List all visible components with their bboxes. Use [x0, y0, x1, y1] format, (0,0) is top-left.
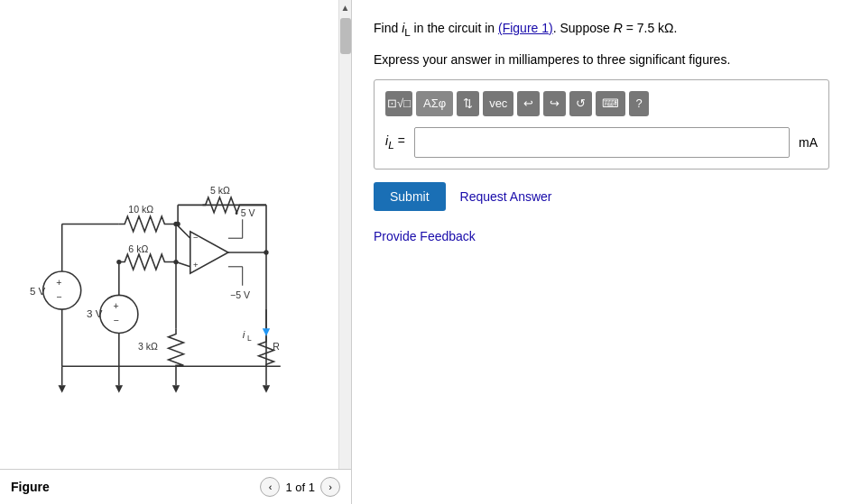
svg-point-15 — [116, 259, 121, 263]
submit-button[interactable]: Submit — [374, 182, 446, 211]
svg-text:+: + — [56, 276, 61, 287]
scrollbar[interactable]: ▲ ▼ — [338, 0, 351, 504]
svg-marker-53 — [262, 385, 269, 392]
svg-point-10 — [99, 295, 137, 333]
request-answer-link[interactable]: Request Answer — [460, 189, 552, 204]
scroll-up-arrow[interactable]: ▲ — [339, 0, 352, 14]
svg-marker-46 — [262, 328, 269, 335]
right-panel: Find iL in the circuit in (Figure 1). Su… — [352, 0, 851, 504]
svg-text:5 kΩ: 5 kΩ — [209, 184, 229, 195]
circuit-diagram: + − 5 V 10 kΩ 6 kΩ + − 3 V — [23, 72, 329, 433]
problem-r-text: . Suppose R = 7.5 kΩ. — [553, 21, 678, 35]
circuit-area: + − 5 V 10 kΩ 6 kΩ + − 3 V — [0, 0, 351, 504]
answer-box: ⊡√□ AΣφ ⇅ vec ↩ ↪ ↺ ⌨ ? iL = mA — [374, 79, 829, 170]
svg-text:i: i — [242, 328, 245, 339]
help-button[interactable]: ? — [629, 91, 648, 116]
problem-statement: Find iL in the circuit in (Figure 1). Su… — [374, 18, 829, 41]
figure-footer: Figure ‹ 1 of 1 › — [0, 469, 351, 504]
unit-label: mA — [799, 135, 818, 150]
svg-text:−: − — [56, 290, 61, 301]
svg-text:R: R — [273, 341, 280, 352]
input-row: iL = mA — [385, 127, 818, 158]
svg-marker-22 — [115, 385, 122, 392]
svg-text:−: − — [113, 314, 118, 325]
figure-next-button[interactable]: › — [320, 477, 340, 497]
svg-marker-51 — [171, 385, 179, 392]
toolbar: ⊡√□ AΣφ ⇅ vec ↩ ↪ ↺ ⌨ ? — [385, 91, 818, 116]
figure-link[interactable]: (Figure 1) — [498, 21, 553, 35]
svg-text:10 kΩ: 10 kΩ — [128, 203, 153, 214]
svg-text:5 V: 5 V — [29, 286, 45, 297]
arrows-button[interactable]: ⇅ — [457, 91, 479, 116]
svg-text:3 kΩ: 3 kΩ — [137, 341, 157, 352]
matrix-button[interactable]: ⊡√□ — [385, 91, 412, 116]
svg-text:6 kΩ: 6 kΩ — [128, 243, 148, 254]
problem-find-text: Find iL in the circuit in — [374, 21, 498, 35]
answer-input[interactable] — [414, 127, 790, 158]
figure-nav: ‹ 1 of 1 › — [260, 477, 340, 497]
svg-text:−5 V: −5 V — [230, 289, 250, 299]
figure-page-text: 1 of 1 — [285, 481, 315, 494]
svg-point-39 — [175, 221, 180, 225]
input-label: iL = — [385, 133, 405, 151]
svg-text:L: L — [246, 333, 251, 342]
problem-instruction: Express your answer in milliamperes to t… — [374, 50, 829, 69]
provide-feedback-link[interactable]: Provide Feedback — [374, 229, 829, 243]
keyboard-button[interactable]: ⌨ — [596, 91, 625, 116]
svg-text:+: + — [192, 259, 198, 269]
figure-label: Figure — [11, 480, 50, 494]
scroll-thumb[interactable] — [340, 18, 351, 54]
svg-text:−: − — [192, 233, 198, 243]
symbol-button[interactable]: AΣφ — [416, 91, 453, 116]
left-panel: + − 5 V 10 kΩ 6 kΩ + − 3 V — [0, 0, 352, 504]
action-row: Submit Request Answer — [374, 182, 829, 211]
refresh-button[interactable]: ↺ — [569, 91, 592, 116]
svg-text:+: + — [113, 300, 118, 311]
redo-button[interactable]: ↪ — [543, 91, 566, 116]
svg-text:3 V: 3 V — [87, 307, 103, 318]
undo-button[interactable]: ↩ — [517, 91, 540, 116]
svg-point-0 — [42, 271, 80, 309]
svg-marker-20 — [58, 385, 65, 392]
figure-prev-button[interactable]: ‹ — [260, 477, 280, 497]
vec-button[interactable]: vec — [483, 91, 513, 116]
